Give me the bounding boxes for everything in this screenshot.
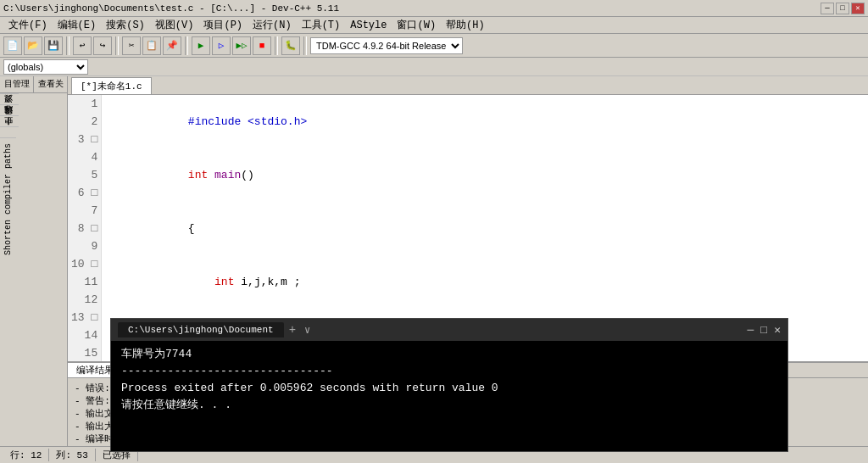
minimize-button[interactable]: ─: [821, 3, 834, 14]
terminal-title-bar: C:\Users\jinghong\Document + ∨ ─ □ ✕: [111, 319, 787, 341]
terminal-maximize-button[interactable]: □: [760, 324, 767, 337]
sidebar-tab-view[interactable]: 查看关: [34, 76, 67, 92]
line-num-6: 6 □: [68, 184, 101, 202]
line-num-10: 10 □: [68, 255, 101, 273]
terminal-minimize-button[interactable]: ─: [748, 324, 754, 337]
sidebar-content: 编译器 资源 编译日志 中止 Shorten compiler paths: [0, 93, 67, 446]
file-tab-unnamed[interactable]: [*]未命名1.c: [71, 77, 152, 94]
line-num-9: 9: [68, 237, 101, 255]
main-toolbar: 📄 📂 💾 ↩ ↪ ✂ 📋 📌 ▶ ▷ ▶▷ ■ 🐛 TDM-GCC 4.9.2…: [0, 34, 868, 58]
sidebar-item-compiler[interactable]: 编译器: [0, 93, 19, 104]
paste-button[interactable]: 📌: [163, 36, 181, 55]
sidebar-item-compilelog[interactable]: 编译日志: [0, 115, 19, 126]
compile-run-button[interactable]: ▶▷: [232, 36, 251, 55]
line-num-3: 3 □: [68, 131, 101, 148]
terminal-add-tab[interactable]: +: [289, 323, 296, 337]
open-button[interactable]: 📂: [24, 36, 42, 55]
menu-help[interactable]: 帮助(H): [441, 17, 490, 33]
menu-view[interactable]: 视图(V): [150, 17, 199, 33]
line-num-12: 12: [68, 291, 101, 309]
line-num-8: 8 □: [68, 220, 101, 237]
line-num-4: 4: [68, 148, 101, 166]
title-bar: C:\Users\jinghong\Documents\test.c - [C:…: [0, 0, 868, 17]
menu-tools[interactable]: 工具(T): [297, 17, 346, 33]
line-num-2: 2: [68, 113, 101, 131]
sidebar-tab-manager[interactable]: 目管理: [0, 76, 34, 92]
line-numbers: 1 2 3 □ 4 5 6 □ 7 8 □ 9 10 □ 11 12 13 □ …: [68, 95, 102, 361]
separator-4: [275, 36, 278, 55]
scope-toolbar: (globals): [0, 58, 868, 76]
terminal-title-content: C:\Users\jinghong\Document + ∨: [118, 322, 310, 337]
menu-astyle[interactable]: AStyle: [345, 19, 392, 32]
title-bar-text: C:\Users\jinghong\Documents\test.c - [C:…: [3, 3, 339, 14]
file-tab-bar: [*]未命名1.c: [68, 76, 868, 95]
compiler-select[interactable]: TDM-GCC 4.9.2 64-bit Release: [310, 37, 463, 54]
debug-button[interactable]: 🐛: [281, 36, 300, 55]
terminal-line-4: Process exited after 0.005962 seconds wi…: [121, 380, 777, 397]
line-num-5: 5: [68, 166, 101, 184]
new-button[interactable]: 📄: [3, 36, 22, 55]
copy-button[interactable]: 📋: [142, 36, 161, 55]
line-num-11: 11: [68, 273, 101, 291]
line-num-15: 15: [68, 344, 101, 361]
terminal-dropdown[interactable]: ∨: [304, 324, 310, 337]
menu-file[interactable]: 文件(F): [3, 17, 53, 33]
menu-window[interactable]: 窗口(W): [392, 17, 441, 33]
scope-select[interactable]: (globals): [3, 59, 88, 75]
stop-button[interactable]: ■: [253, 36, 271, 55]
separator-2: [115, 36, 119, 55]
separator-3: [185, 36, 188, 55]
menu-project[interactable]: 项目(P): [198, 17, 248, 33]
sidebar-item-resources[interactable]: 资源: [0, 104, 19, 115]
sidebar-item-shorten[interactable]: Shorten compiler paths: [0, 137, 16, 260]
line-num-14: 14: [68, 326, 101, 344]
undo-button[interactable]: ↩: [73, 36, 92, 55]
menu-run[interactable]: 运行(N): [248, 17, 297, 33]
terminal-line-1: 车牌号为7744: [121, 346, 777, 363]
status-col: 列: 53: [49, 449, 95, 461]
run-button[interactable]: ▷: [212, 36, 231, 55]
line-num-1: 1: [68, 95, 101, 113]
title-bar-buttons: ─ □ ✕: [821, 3, 865, 14]
compile-button[interactable]: ▶: [192, 36, 210, 55]
separator-5: [303, 36, 307, 55]
code-line-3: {: [108, 202, 861, 255]
left-sidebar: 目管理 查看关 编译器 资源 编译日志 中止 Shorten compiler …: [0, 76, 68, 446]
menu-bar: 文件(F) 编辑(E) 搜索(S) 视图(V) 项目(P) 运行(N) 工具(T…: [0, 17, 868, 34]
terminal-close-button[interactable]: ✕: [774, 323, 781, 337]
menu-search[interactable]: 搜索(S): [101, 17, 150, 33]
maximize-button[interactable]: □: [836, 3, 849, 14]
terminal-window-controls: ─ □ ✕: [748, 323, 781, 337]
terminal-line-3: --------------------------------: [121, 363, 777, 380]
close-button[interactable]: ✕: [851, 3, 865, 14]
terminal-line-5: 请按任意键继续. . .: [121, 397, 777, 414]
terminal-body[interactable]: 车牌号为7744 -------------------------------…: [111, 341, 787, 451]
separator-1: [66, 36, 70, 55]
code-line-1: #include <stdio.h>: [108, 95, 861, 148]
status-row: 行: 12: [3, 449, 49, 461]
save-button[interactable]: 💾: [44, 36, 63, 55]
redo-button[interactable]: ↪: [93, 36, 112, 55]
terminal-window[interactable]: C:\Users\jinghong\Document + ∨ ─ □ ✕ 车牌号…: [110, 318, 788, 452]
code-line-4: int i,j,k,m ;: [108, 255, 861, 309]
sidebar-tabs: 目管理 查看关: [0, 76, 67, 93]
cut-button[interactable]: ✂: [122, 36, 141, 55]
sidebar-item-stop[interactable]: 中止: [0, 126, 19, 137]
line-num-7: 7: [68, 202, 101, 220]
code-line-2: int main(): [108, 148, 861, 202]
line-num-13: 13 □: [68, 309, 101, 326]
terminal-tab[interactable]: C:\Users\jinghong\Document: [118, 322, 284, 337]
menu-edit[interactable]: 编辑(E): [53, 17, 102, 33]
